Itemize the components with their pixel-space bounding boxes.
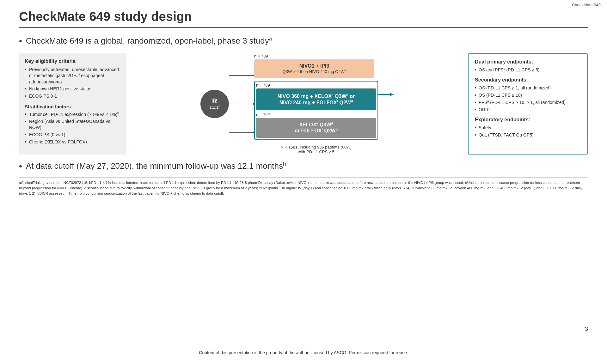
secondary-endpoints-list: OS (PD-L1 CPS ≥ 1, all randomized) OS (P… — [475, 85, 581, 113]
arm1-box: NIVO1 + IPI3 Q3W × 4 then NIVO 240 mg Q2… — [254, 59, 374, 78]
diagram-area: Key eligibility criteria Previously untr… — [19, 53, 588, 155]
list-item: ECOG PS 0-1 — [25, 93, 121, 100]
n-note: N = 1581, including 955 patients (60%) w… — [254, 145, 378, 154]
active-arms-border: n = 789 NIVO 360 mg + XELOXe Q3Wd or NIV… — [254, 81, 378, 139]
dual-endpoints-list: OS and PFSg (PD-L1 CPS ≥ 5) — [475, 67, 581, 73]
list-item: No known HER2-positive status — [25, 86, 121, 92]
arm3-box: XELOXe Q3Wd or FOLFOXf Q2Wd — [256, 118, 376, 138]
bullet-2-text: At data cutoff (May 27, 2020), the minim… — [26, 161, 286, 171]
list-item: OS (PD-L1 CPS ≥ 1, all randomized) — [475, 85, 581, 91]
list-item: Region (Asia vs United States/Canada vs … — [25, 118, 121, 131]
list-item: PFSg (PD-L1 CPS ≥ 10, ≥ 1, all randomize… — [475, 99, 581, 106]
rand-label: R — [212, 98, 217, 105]
title-area: CheckMate 649 study design — [19, 9, 588, 28]
bullet-dot-2: • — [19, 161, 22, 172]
footnotes: aClinicalTrials.gov number. NCT02872116;… — [19, 177, 588, 197]
list-item: ORRg — [475, 106, 581, 113]
svg-marker-8 — [390, 93, 394, 96]
randomization-circle: R 1:1:1c — [200, 90, 229, 118]
list-item: OS (PD-L1 CPS ≥ 10) — [475, 92, 581, 99]
bullet-1: • CheckMate 649 is a global, randomized,… — [19, 36, 588, 46]
list-item: QoL (TTSD, FACT-Ga GP5) — [475, 132, 581, 138]
list-item: ECOG PS (0 vs 1) — [25, 132, 121, 138]
list-item: Safety — [475, 124, 581, 131]
eligibility-heading: Key eligibility criteria — [25, 58, 121, 64]
right-arrow-svg — [378, 76, 394, 113]
bullet-2: • At data cutoff (May 27, 2020), the min… — [19, 161, 588, 172]
slide-title: CheckMate 649 study design — [19, 9, 588, 24]
dual-endpoints-heading: Dual primary endpoints: — [475, 59, 581, 65]
flow-area: R 1:1:1c — [133, 53, 462, 155]
rand-ratio: 1:1:1c — [209, 105, 220, 110]
exploratory-endpoints-heading: Exploratory endpoints: — [475, 117, 581, 123]
secondary-endpoints-heading: Secondary endpoints: — [475, 77, 581, 83]
bullet-dot-1: • — [19, 36, 22, 46]
exploratory-endpoints-list: Safety QoL (TTSD, FACT-Ga GP5) — [475, 124, 581, 138]
list-item: OS and PFSg (PD-L1 CPS ≥ 5) — [475, 67, 581, 73]
watermark-label: CheckMate 649 — [572, 3, 601, 7]
strat-heading: Stratification factors — [25, 104, 121, 109]
footer-text: Content of this presentation is the prop… — [0, 350, 607, 355]
bullet-1-text: CheckMate 649 is a global, randomized, o… — [26, 36, 272, 46]
list-item: Previously untreated, unresectable, adva… — [25, 67, 121, 85]
eligibility-panel: Key eligibility criteria Previously untr… — [19, 53, 126, 155]
list-item: Chemo (XELOX vs FOLFOX) — [25, 139, 121, 145]
strat-list: Tumor cell PD-L1 expression (≥ 1% vs < 1… — [25, 111, 121, 145]
page-number: 3 — [585, 326, 588, 332]
list-item: Tumor cell PD-L1 expression (≥ 1% vs < 1… — [25, 111, 121, 118]
treatment-boxes: n = 789 NIVO1 + IPI3 Q3W × 4 then NIVO 2… — [254, 54, 378, 154]
endpoints-panel: Dual primary endpoints: OS and PFSg (PD-… — [468, 53, 588, 155]
connector-svg — [229, 66, 254, 142]
eligibility-list: Previously untreated, unresectable, adva… — [25, 67, 121, 100]
arm2-box: NIVO 360 mg + XELOXe Q3Wd or NIVO 240 mg… — [256, 88, 376, 110]
